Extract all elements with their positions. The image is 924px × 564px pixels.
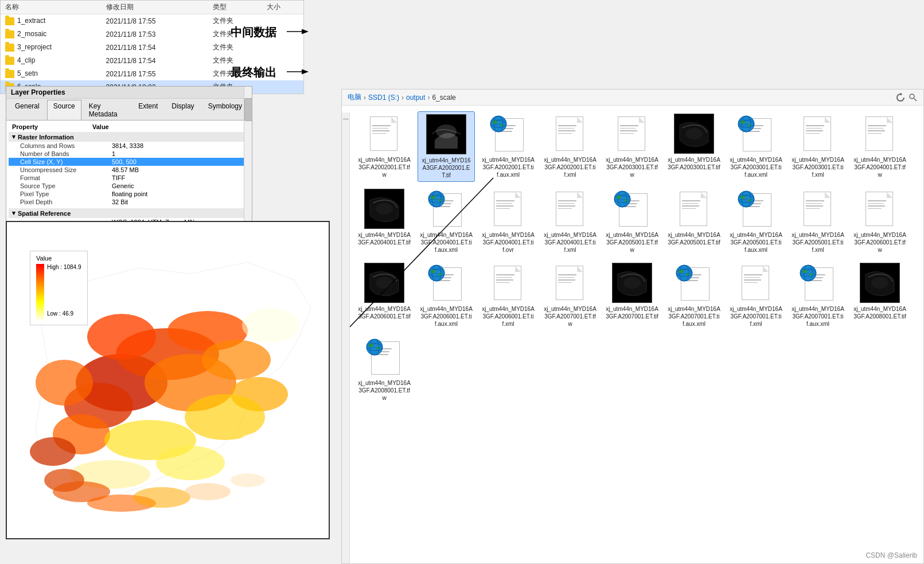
file-icon-image bbox=[798, 189, 838, 229]
col-size[interactable]: 大小 bbox=[262, 1, 303, 14]
file-icon-item[interactable]: xj_utm44n_MYD16A3GF.A2002001.ET.tfw bbox=[356, 111, 413, 182]
file-icon-item[interactable]: xj_utm44n_MYD16A3GF.A2006001.ET.tfw bbox=[851, 186, 909, 256]
file-icon-label: xj_utm44n_MYD16A3GF.A2004001.ET.tfw bbox=[853, 156, 906, 178]
breadcrumb-sep-3: › bbox=[427, 94, 430, 102]
prop-row: Uncompressed Size 48.57 MB bbox=[9, 166, 249, 174]
file-icon-item[interactable]: xj_utm44n_MYD16A3GF.A2004001.ET.tif.aux.… bbox=[418, 186, 475, 256]
plain-file-icon bbox=[550, 263, 590, 303]
col-name[interactable]: 名称 bbox=[1, 1, 102, 14]
tab-source[interactable]: Source bbox=[47, 100, 81, 120]
globe-file-icon bbox=[674, 263, 714, 303]
raster-info-header[interactable]: ▾ Raster Information bbox=[9, 132, 249, 142]
file-icon-item[interactable]: xj_utm44n_MYD16A3GF.A2004001.ET.tif.xml bbox=[541, 186, 599, 256]
svg-point-80 bbox=[367, 339, 383, 355]
file-icon-item[interactable]: xj_utm44n_MYD16A3GF.A2007001.ET.tif.aux.… bbox=[789, 260, 847, 330]
file-icon-label: xj_utm44n_MYD16A3GF.A2006001.ET.tif bbox=[358, 305, 411, 320]
col-date[interactable]: 修改日期 bbox=[102, 1, 208, 14]
file-icon-item[interactable]: xj_utm44n_MYD16A3GF.A2004001.ET.tif bbox=[356, 186, 413, 256]
file-icon-item[interactable]: xj_utm44n_MYD16A3GF.A2008001.ET.tif bbox=[851, 260, 909, 330]
col-type[interactable]: 类型 bbox=[208, 1, 262, 14]
file-icon-item[interactable]: xj_utm44n_MYD16A3GF.A2003001.ET.tif bbox=[665, 111, 723, 182]
annotation-zuizhong: 最终输出 bbox=[231, 65, 276, 80]
scrollbar-thumb[interactable] bbox=[244, 98, 252, 121]
file-icon-image bbox=[798, 114, 838, 154]
tab-symbology[interactable]: Symbology bbox=[202, 100, 248, 120]
file-icon-item[interactable]: xj_utm44n_MYD16A3GF.A2006001.ET.tif.xml bbox=[479, 260, 537, 330]
svg-point-24 bbox=[185, 483, 231, 500]
file-icon-item[interactable]: xj_utm44n_MYD16A3GF.A2007001.ET.tif.aux.… bbox=[665, 260, 723, 330]
file-icon-item[interactable]: xj_utm44n_MYD16A3GF.A2005001.ET.tif bbox=[665, 186, 723, 256]
file-icon-label: xj_utm44n_MYD16A3GF.A2007001.ET.tif.xml bbox=[730, 305, 782, 328]
file-icon-label: xj_utm44n_MYD16A3GF.A2004001.ET.tif.xml bbox=[544, 231, 596, 254]
raster-info-table: Columns and Rows 3814, 3338 Number of Ba… bbox=[9, 142, 249, 206]
svg-point-76 bbox=[802, 270, 807, 273]
watermark: CSDN @Salierib bbox=[865, 551, 917, 559]
tab-general[interactable]: General bbox=[9, 100, 46, 120]
file-icon-item[interactable]: xj_utm44n_MYD16A3GF.A2003001.ET.tfw bbox=[603, 111, 661, 182]
plain-file-icon bbox=[860, 189, 900, 229]
svg-point-57 bbox=[740, 196, 745, 199]
svg-point-44 bbox=[428, 191, 445, 207]
file-icon-item[interactable]: xj_utm44n_MYD16A3GF.A2005001.ET.tfw bbox=[603, 186, 661, 256]
file-icon-image bbox=[674, 263, 714, 303]
file-icon-item[interactable]: xj_utm44n_MYD16A3GF.A2004001.ET.tfw bbox=[851, 111, 909, 182]
file-icon-image bbox=[860, 114, 900, 154]
file-icon-item[interactable]: xj_utm44n_MYD16A3GF.A2006001.ET.tif bbox=[356, 260, 413, 330]
file-icon-image bbox=[364, 114, 404, 154]
svg-point-9 bbox=[202, 340, 271, 380]
refresh-icon[interactable] bbox=[896, 93, 905, 102]
file-icon-item[interactable]: xj_utm44n_MYD16A3GF.A2002001.ET.tif.xml bbox=[541, 111, 599, 182]
svg-point-54 bbox=[738, 191, 754, 207]
svg-point-72 bbox=[686, 273, 689, 275]
breadcrumb-item-pc[interactable]: 电脑 bbox=[348, 92, 361, 102]
svg-point-67 bbox=[623, 277, 641, 289]
svg-point-37 bbox=[738, 116, 754, 132]
file-icon-item[interactable]: xj_utm44n_MYD16A3GF.A2007001.ET.tif.xml bbox=[727, 260, 785, 330]
file-icon-label: xj_utm44n_MYD16A3GF.A2006001.ET.tif.xml bbox=[482, 305, 535, 328]
plain-file-icon bbox=[674, 189, 714, 229]
file-icon-item[interactable]: xj_utm44n_MYD16A3GF.A2003001.ET.tif.xml bbox=[789, 111, 847, 182]
tab-key-metadata[interactable]: Key Metadata bbox=[83, 100, 131, 120]
file-icon-image bbox=[860, 189, 900, 229]
svg-point-77 bbox=[810, 273, 813, 275]
breadcrumb-item-ssd1[interactable]: SSD1 (S:) bbox=[368, 94, 399, 102]
tab-extent[interactable]: Extent bbox=[132, 100, 164, 120]
svg-point-64 bbox=[431, 270, 435, 273]
file-icon-item[interactable]: xj_utm44n_MYD16A3GF.A2005001.ET.tif.xml bbox=[789, 186, 847, 256]
file-icon-image bbox=[736, 263, 776, 303]
spatial-ref-label: Spatial Reference bbox=[18, 210, 71, 217]
file-icon-item[interactable]: xj_utm44n_MYD16A3GF.A2007001.ET.tif bbox=[603, 260, 661, 330]
search-icon[interactable] bbox=[909, 93, 918, 102]
file-icon-label: xj_utm44n_MYD16A3GF.A2007001.ET.tif bbox=[606, 305, 658, 320]
file-icon-label: xj_utm44n_MYD16A3GF.A2007001.ET.tfw bbox=[544, 305, 596, 328]
tab-display[interactable]: Display bbox=[165, 100, 200, 120]
file-icon-label: xj_utm44n_MYD16A3GF.A2003001.ET.tif.xml bbox=[792, 156, 844, 178]
file-icon-label: xj_utm44n_MYD16A3GF.A2003001.ET.tif.aux.… bbox=[730, 156, 782, 178]
prop-row: Format TIFF bbox=[9, 174, 249, 182]
file-icon-item[interactable]: xj_utm44n_MYD16A3GF.A2002001.ET.tif bbox=[418, 111, 475, 182]
svg-point-58 bbox=[748, 199, 751, 201]
svg-point-7 bbox=[87, 314, 156, 360]
plain-file-icon bbox=[798, 114, 838, 154]
file-icon-image bbox=[426, 189, 466, 229]
map-view: Value High : 1084.9 Low : 46.9 bbox=[6, 221, 330, 539]
breadcrumb-item-output[interactable]: output bbox=[406, 94, 425, 102]
svg-line-27 bbox=[914, 98, 917, 101]
file-icon-item[interactable]: xj_utm44n_MYD16A3GF.A2007001.ET.tfw bbox=[541, 260, 599, 330]
file-icon-image bbox=[364, 263, 404, 303]
file-icon-image bbox=[736, 114, 776, 154]
file-icon-image bbox=[674, 114, 714, 154]
tif-dark-icon bbox=[674, 114, 714, 154]
file-icon-item[interactable]: xj_utm44n_MYD16A3GF.A2008001.ET.tfw bbox=[356, 334, 413, 404]
file-icon-item[interactable]: xj_utm44n_MYD16A3GF.A2002001.ET.tif.aux.… bbox=[479, 111, 537, 182]
file-table-row[interactable]: 3_reproject 2021/11/8 17:54 文件夹 bbox=[1, 41, 303, 54]
file-icon-item[interactable]: xj_utm44n_MYD16A3GF.A2004001.ET.tif.ovr bbox=[479, 186, 537, 256]
legend-labels: High : 1084.9 Low : 46.9 bbox=[47, 264, 81, 321]
file-icon-item[interactable]: xj_utm44n_MYD16A3GF.A2003001.ET.tif.aux.… bbox=[727, 111, 785, 182]
file-icon-label: xj_utm44n_MYD16A3GF.A2004001.ET.tif bbox=[358, 231, 411, 246]
spatial-ref-header[interactable]: ▾ Spatial Reference bbox=[9, 208, 249, 218]
file-icon-item[interactable]: xj_utm44n_MYD16A3GF.A2005001.ET.tif.aux.… bbox=[727, 186, 785, 256]
svg-point-30 bbox=[490, 116, 506, 132]
breadcrumb: 电脑 › SSD1 (S:) › output › 6_scale bbox=[342, 90, 923, 106]
file-icon-item[interactable]: xj_utm44n_MYD16A3GF.A2006001.ET.tif.aux.… bbox=[418, 260, 475, 330]
